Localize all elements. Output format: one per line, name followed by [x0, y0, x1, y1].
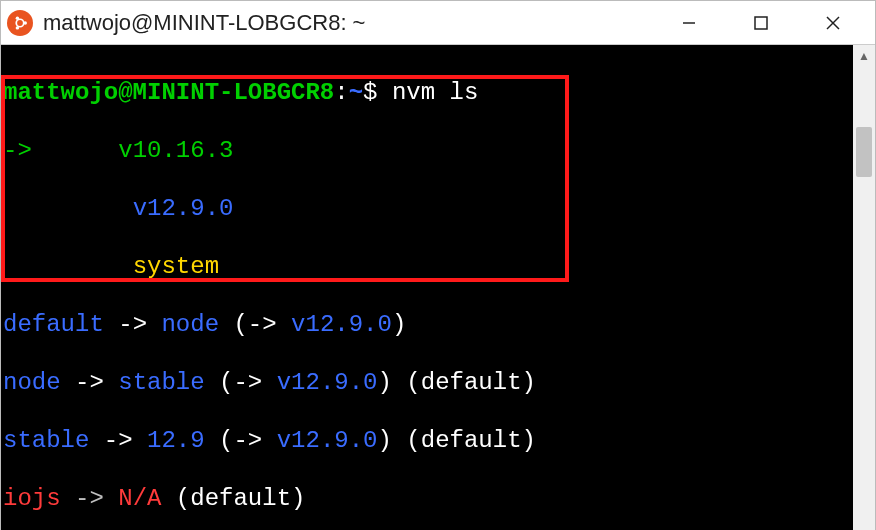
svg-point-0 [16, 19, 24, 27]
paren-close: ) [392, 311, 406, 338]
alias-iojs: iojs [3, 485, 61, 512]
alias-node: node [3, 369, 61, 396]
minimize-button[interactable] [653, 1, 725, 45]
terminal-window: mattwojo@MININT-LOBGCR8: ~ mattwojo@MINI… [0, 0, 876, 530]
alias-target: node [161, 311, 219, 338]
command-text: nvm ls [392, 79, 478, 106]
paren-text: (-> [219, 427, 262, 454]
tag-text: (default) [176, 485, 306, 512]
titlebar[interactable]: mattwojo@MININT-LOBGCR8: ~ [1, 1, 875, 45]
terminal-area: mattwojo@MININT-LOBGCR8:~$ nvm ls -> v10… [1, 45, 875, 530]
output-line: default -> node (-> v12.9.0) [3, 310, 851, 339]
arrow-text: -> [75, 369, 104, 396]
svg-point-2 [16, 16, 19, 19]
arrow-text: -> [118, 311, 147, 338]
alias-target: 12.9 [147, 427, 205, 454]
ubuntu-icon [7, 10, 33, 36]
maximize-button[interactable] [725, 1, 797, 45]
prompt-cwd: ~ [349, 79, 363, 106]
scrollbar-thumb[interactable] [856, 127, 872, 177]
output-line: node -> stable (-> v12.9.0) (default) [3, 368, 851, 397]
scrollbar-up-icon[interactable]: ▲ [853, 45, 875, 67]
alias-target: stable [118, 369, 204, 396]
window-title: mattwojo@MININT-LOBGCR8: ~ [43, 10, 365, 36]
output-line: -> v10.16.3 [3, 136, 851, 165]
output-line: iojs -> N/A (default) [3, 484, 851, 513]
output-line: v12.9.0 [3, 194, 851, 223]
output-line: system [3, 252, 851, 281]
version-system: system [133, 253, 219, 280]
paren-close: ) [378, 369, 392, 396]
paren-close: ) [378, 427, 392, 454]
terminal-content[interactable]: mattwojo@MININT-LOBGCR8:~$ nvm ls -> v10… [1, 45, 853, 530]
arrow-text: -> [104, 427, 133, 454]
alias-stable: stable [3, 427, 89, 454]
scrollbar-vertical[interactable]: ▲ ▼ [853, 45, 875, 530]
resolved-version: v12.9.0 [277, 427, 378, 454]
svg-point-3 [16, 26, 19, 29]
current-arrow: -> [3, 137, 32, 164]
tag-text: (default) [406, 369, 536, 396]
prompt-user-host: mattwojo@MININT-LOBGCR8 [3, 79, 334, 106]
resolved-version: v12.9.0 [291, 311, 392, 338]
scrollbar-track[interactable] [853, 67, 875, 530]
prompt-line: mattwojo@MININT-LOBGCR8:~$ nvm ls [3, 78, 851, 107]
svg-rect-5 [755, 17, 767, 29]
not-available: N/A [118, 485, 161, 512]
alias-default: default [3, 311, 104, 338]
arrow-text: -> [75, 485, 104, 512]
resolved-version: v12.9.0 [277, 369, 378, 396]
paren-text: (-> [219, 369, 262, 396]
output-line: stable -> 12.9 (-> v12.9.0) (default) [3, 426, 851, 455]
window-controls [653, 1, 869, 45]
close-button[interactable] [797, 1, 869, 45]
prompt-dollar: $ [363, 79, 377, 106]
prompt-colon: : [334, 79, 348, 106]
version-10: v10.16.3 [118, 137, 233, 164]
tag-text: (default) [406, 427, 536, 454]
version-12: v12.9.0 [133, 195, 234, 222]
paren-text: (-> [233, 311, 276, 338]
svg-point-1 [24, 21, 27, 24]
